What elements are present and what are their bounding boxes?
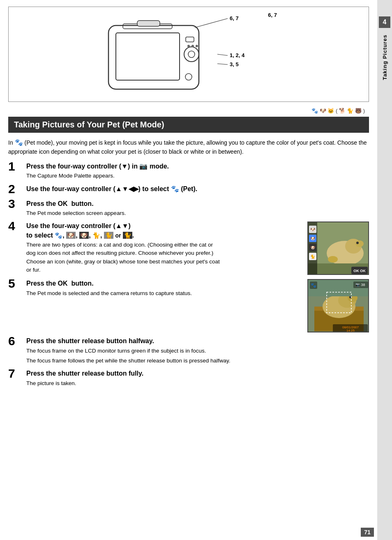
step-1-title: Press the four-way controller (▼) in 📷 m… <box>26 162 369 171</box>
step-2: 2 Use the four-way controller (▲▼◀▶) to … <box>8 185 369 195</box>
svg-text:🐶: 🐶 <box>310 236 316 241</box>
side-tab: 4 Taking Pictures <box>377 0 392 540</box>
step-5-number: 5 <box>8 277 26 290</box>
main-content: 6, 7 6, 7 1, 2, 4 3, 5 🐾 🐶 🐱 ( 🐕 🐈 🐻 ) <box>0 0 377 408</box>
svg-text:🐶: 🐶 <box>310 227 316 232</box>
camera-diagram-box: 6, 7 6, 7 1, 2, 4 3, 5 <box>8 7 369 102</box>
step-1-content: Press the four-way controller (▼) in 📷 m… <box>26 162 369 180</box>
step-6-content: Press the shutter release button halfway… <box>26 337 369 365</box>
step-7-content: Press the shutter release button fully. … <box>26 369 369 388</box>
intro-paragraph: In 🐾 (Pet mode), your moving pet is kept… <box>8 138 369 156</box>
svg-point-9 <box>185 74 192 80</box>
section-header: Taking Pictures of Your Pet (Pet Mode) <box>8 117 369 133</box>
step-3-content: Press the OK button. The Pet mode select… <box>26 199 369 218</box>
step-5-screen-svg: 📷 38 🐾 08/01/2007 14:25 <box>308 280 369 332</box>
step-1-desc: The Capture Mode Palette appears. <box>26 172 369 180</box>
step-7-number: 7 <box>8 367 26 380</box>
svg-point-4 <box>188 51 195 58</box>
step-6-number: 6 <box>8 335 26 347</box>
step-3-number: 3 <box>8 198 26 210</box>
svg-text:OK OK: OK OK <box>353 269 366 273</box>
step-7: 7 Press the shutter release button fully… <box>8 369 369 388</box>
chapter-number: 4 <box>379 16 390 28</box>
svg-text:1, 2, 4: 1, 2, 4 <box>230 52 245 58</box>
page-number: 71 <box>361 528 374 537</box>
step-4-image: 🐶 🐶 🐶 🐈 OK OK <box>307 222 369 275</box>
label-67: 6, 7 <box>268 12 277 18</box>
step-2-title: Use the four-way controller (▲▼◀▶) to se… <box>26 185 369 194</box>
step-5-image: 📷 38 🐾 08/01/2007 14:25 <box>307 279 369 332</box>
svg-point-7 <box>191 45 194 47</box>
section-title: Taking Pictures of Your Pet (Pet Mode) <box>14 120 164 129</box>
step-6-desc1: The focus frame on the LCD monitor turns… <box>26 347 369 355</box>
step-6: 6 Press the shutter release button halfw… <box>8 337 369 365</box>
svg-text:🐶: 🐶 <box>310 245 316 250</box>
chapter-label: Taking Pictures <box>382 35 388 80</box>
step-4: 4 Use the four-way controller (▲▼) to se… <box>8 222 369 275</box>
step-2-content: Use the four-way controller (▲▼◀▶) to se… <box>26 185 369 194</box>
step-7-title: Press the shutter release button fully. <box>26 369 369 378</box>
step-1: 1 Press the four-way controller (▼) in 📷… <box>8 162 369 180</box>
step-5-desc: The Pet mode is selected and the camera … <box>26 289 302 298</box>
svg-text:14:25: 14:25 <box>346 329 355 332</box>
step-3: 3 Press the OK button. The Pet mode sele… <box>8 199 369 218</box>
step-4-screen-svg: 🐶 🐶 🐶 🐈 OK OK <box>308 222 369 275</box>
svg-point-22 <box>328 256 338 263</box>
svg-rect-10 <box>137 21 160 26</box>
step-2-number: 2 <box>8 183 26 195</box>
step-5-title: Press the OK button. <box>26 279 302 288</box>
step-4-title: Use the four-way controller (▲▼) to sele… <box>26 222 302 240</box>
step-5: 5 Press the OK button. The Pet mode is s… <box>8 279 369 332</box>
mode-icons: 🐾 🐶 🐱 ( 🐕 🐈 🐻 ) <box>311 108 365 114</box>
step-4-number: 4 <box>8 220 26 232</box>
step-4-desc: There are two types of icons: a cat and … <box>26 241 224 274</box>
camera-diagram-svg <box>100 13 232 95</box>
icon-row: 🐾 🐶 🐱 ( 🐕 🐈 🐻 ) <box>8 107 369 114</box>
diagram-wrapper: 6, 7 6, 7 1, 2, 4 3, 5 <box>76 11 302 97</box>
step-1-number: 1 <box>8 160 26 173</box>
svg-text:🐈: 🐈 <box>310 254 316 259</box>
svg-point-21 <box>356 242 359 244</box>
svg-rect-5 <box>186 37 194 42</box>
svg-point-6 <box>187 45 190 47</box>
step-6-title: Press the shutter release button halfway… <box>26 337 369 346</box>
svg-rect-0 <box>108 25 199 89</box>
step-7-desc: The picture is taken. <box>26 379 369 388</box>
svg-point-8 <box>196 45 198 47</box>
svg-text:🐾: 🐾 <box>311 282 316 288</box>
step-3-title: Press the OK button. <box>26 199 369 208</box>
page-container: 6, 7 6, 7 1, 2, 4 3, 5 🐾 🐶 🐱 ( 🐕 🐈 🐻 ) <box>0 0 392 540</box>
svg-point-3 <box>184 47 199 62</box>
step-4-text: Use the four-way controller (▲▼) to sele… <box>26 222 302 274</box>
step-5-text: Press the OK button. The Pet mode is sel… <box>26 279 302 298</box>
svg-rect-2 <box>116 33 180 80</box>
svg-text:📷 38: 📷 38 <box>355 282 365 287</box>
step-6-desc2: The focus frame follows the pet while th… <box>26 357 369 365</box>
step-3-desc: The Pet mode selection screen appears. <box>26 209 369 217</box>
